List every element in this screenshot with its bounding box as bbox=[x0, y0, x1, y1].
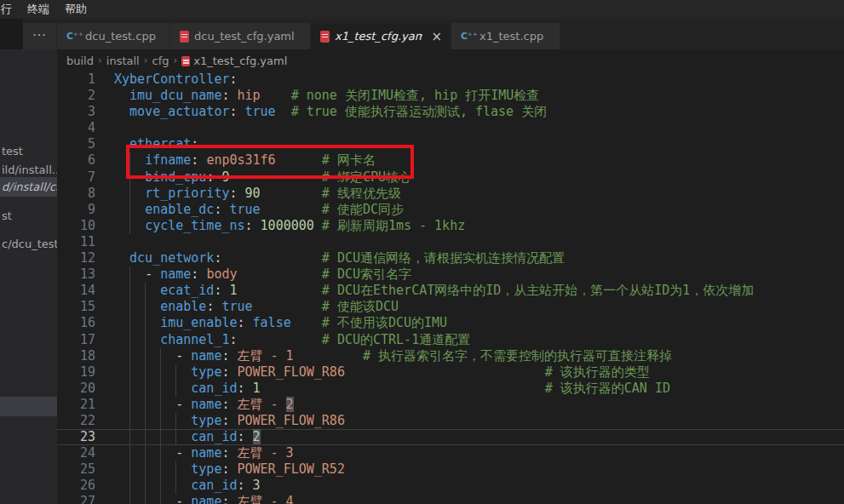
menu-item[interactable]: 终端 bbox=[20, 2, 57, 17]
code-text[interactable]: ecat_id: 1 # DCU在EtherCAT网络中的ID，从主站开始，第一… bbox=[95, 283, 844, 299]
tab-overflow-button[interactable]: ··· bbox=[23, 23, 57, 49]
code-token: 1 bbox=[253, 381, 261, 396]
breadcrumb-file[interactable]: x1_test_cfg.yaml bbox=[181, 54, 287, 67]
indent-guide bbox=[145, 429, 146, 445]
tab-label: x1_test.cpp bbox=[479, 30, 553, 43]
sidebar-item[interactable] bbox=[0, 397, 57, 416]
indent-guide bbox=[129, 299, 130, 315]
code-text[interactable]: channel_1: # DCU的CTRL-1通道配置 bbox=[95, 332, 844, 348]
code-text[interactable] bbox=[95, 120, 844, 136]
breadcrumb-item[interactable]: install bbox=[106, 54, 140, 67]
code-text[interactable]: - name: 左臂 - 2 bbox=[95, 397, 844, 413]
code-token: type bbox=[191, 461, 221, 477]
code-text[interactable]: type: POWER_FLOW_R86 bbox=[95, 413, 844, 429]
indent-guide bbox=[160, 429, 161, 445]
close-icon[interactable]: × bbox=[429, 29, 444, 44]
code-token: 1000000 bbox=[261, 218, 314, 233]
code-text[interactable]: bind_cpu: 9 # 绑定CPU核心 bbox=[95, 169, 844, 186]
code-line: 22 type: POWER_FLOW_R86 bbox=[57, 413, 844, 429]
sidebar-item[interactable]: d/install/cfg bbox=[0, 177, 57, 197]
code-token: # 执行器索引名字，不需要控制的执行器可直接注释掉 bbox=[363, 348, 672, 364]
tab-dcu_test_cfg.yaml[interactable]: dcu_test_cfg.yaml bbox=[170, 23, 311, 49]
code-text[interactable]: - name: 左臂 - 1 # 执行器索引名字，不需要控制的执行器可直接注释掉 bbox=[95, 348, 844, 364]
code-text[interactable]: enable: true # 使能该DCU bbox=[95, 299, 844, 315]
code-token: ethercat bbox=[129, 136, 191, 152]
code-token bbox=[261, 88, 291, 103]
code-token: : bbox=[214, 283, 229, 298]
code-token: XyberController bbox=[114, 72, 229, 87]
code-line: 23 can_id: 2 bbox=[57, 429, 844, 445]
code-line: 8 rt_priority: 90 # 线程优先级 bbox=[57, 186, 844, 202]
line-number: 2 bbox=[57, 88, 95, 104]
code-text[interactable]: cycle_time_ns: 1000000 # 刷新周期1ms - 1khz bbox=[95, 218, 844, 234]
code-token: can_id bbox=[191, 429, 237, 444]
sidebar-item[interactable]: c/dcu_test... bbox=[0, 234, 57, 254]
breadcrumb-item[interactable]: cfg bbox=[152, 54, 169, 67]
code-text[interactable]: enable_dc: true # 使能DC同步 bbox=[95, 202, 844, 218]
editor-code-area[interactable]: 1XyberController:2 imu_dcu_name: hip # n… bbox=[57, 72, 844, 504]
indent-guide bbox=[129, 413, 130, 429]
code-token: # 刷新周期1ms - 1khz bbox=[322, 218, 465, 233]
line-number: 14 bbox=[57, 283, 95, 299]
code-token: : bbox=[214, 202, 229, 217]
indent-guide bbox=[145, 364, 146, 381]
code-text[interactable]: can_id: 1 # 该执行器的CAN ID bbox=[95, 381, 844, 397]
code-text[interactable]: dcu_network: # DCU通信网络，请根据实机连接情况配置 bbox=[95, 250, 844, 266]
code-token: channel_1 bbox=[160, 332, 229, 347]
indent-guide bbox=[175, 478, 176, 494]
code-line: 15 enable: true # 使能该DCU bbox=[57, 299, 844, 315]
tab-label: dcu_test_cfg.yaml bbox=[194, 30, 303, 43]
indent-guide bbox=[129, 494, 130, 504]
code-text[interactable]: can_id: 2 bbox=[95, 429, 844, 445]
code-text[interactable]: ethercat: bbox=[95, 136, 844, 152]
line-number: 13 bbox=[57, 266, 95, 283]
tab-bar-left-spacer bbox=[0, 19, 23, 49]
line-number: 10 bbox=[57, 218, 95, 234]
sidebar-item[interactable]: st bbox=[0, 206, 57, 226]
code-text[interactable]: can_id: 3 bbox=[95, 478, 844, 494]
code-text[interactable]: imu_enable: false # 不使用该DCU的IMU bbox=[95, 315, 844, 331]
tabs-container: dcu_test.cppdcu_test_cfg.yamlx1_test_cfg… bbox=[57, 23, 560, 49]
code-token bbox=[291, 315, 322, 330]
code-text[interactable]: - name: body # DCU索引名字 bbox=[95, 266, 844, 283]
tab-dcu_test.cpp[interactable]: dcu_test.cpp bbox=[57, 23, 170, 49]
code-text[interactable]: - name: 左臂 - 3 bbox=[95, 445, 844, 461]
code-text[interactable] bbox=[95, 234, 844, 250]
code-token: name bbox=[191, 348, 221, 364]
code-token: : bbox=[221, 461, 237, 477]
code-text[interactable]: XyberController: bbox=[95, 72, 844, 88]
sidebar-item[interactable]: test bbox=[0, 141, 57, 161]
line-number: 25 bbox=[57, 461, 95, 478]
code-text[interactable]: - name: 左臂 - 4 bbox=[95, 494, 844, 504]
code-token bbox=[261, 186, 322, 201]
indent-guide bbox=[129, 218, 130, 234]
code-token: : bbox=[238, 315, 253, 330]
code-text[interactable]: type: POWER_FLOW_R52 bbox=[95, 461, 844, 478]
line-number: 11 bbox=[57, 234, 95, 250]
tab-x1_test_cfg.yaml[interactable]: x1_test_cfg.yaml× bbox=[311, 23, 451, 49]
code-token: # 不使用该DCU的IMU bbox=[322, 315, 447, 330]
indent-guide bbox=[175, 413, 176, 429]
line-number: 1 bbox=[57, 72, 95, 88]
code-line: 25 type: POWER_FLOW_R52 bbox=[57, 461, 844, 478]
indent-guide bbox=[145, 445, 146, 461]
indent-guide bbox=[129, 169, 130, 186]
code-text[interactable]: type: POWER_FLOW_R86 # 该执行器的类型 bbox=[95, 364, 844, 381]
menu-item[interactable]: 行 bbox=[0, 2, 20, 17]
line-number: 22 bbox=[57, 413, 95, 429]
indent-guide bbox=[145, 397, 146, 413]
code-text[interactable]: ifname: enp0s31f6 # 网卡名 bbox=[95, 152, 844, 169]
indent-guide bbox=[145, 461, 146, 478]
tab-x1_test.cpp[interactable]: x1_test.cpp bbox=[451, 23, 560, 49]
indent-guide bbox=[145, 413, 146, 429]
code-line: 18 - name: 左臂 - 1 # 执行器索引名字，不需要控制的执行器可直接… bbox=[57, 348, 844, 364]
code-line: 16 imu_enable: false # 不使用该DCU的IMU bbox=[57, 315, 844, 331]
code-text[interactable]: move_actuator: true # true 使能执行器运动测试, fl… bbox=[95, 104, 844, 120]
menu-item[interactable]: 帮助 bbox=[57, 2, 95, 17]
breadcrumb-item[interactable]: build bbox=[66, 54, 94, 67]
indent-guide bbox=[145, 494, 146, 504]
indent-guide bbox=[129, 478, 130, 494]
code-text[interactable]: imu_dcu_name: hip # none 关闭IMU检查, hip 打开… bbox=[95, 88, 844, 104]
code-text[interactable]: rt_priority: 90 # 线程优先级 bbox=[95, 186, 844, 202]
code-token: - bbox=[175, 445, 191, 461]
